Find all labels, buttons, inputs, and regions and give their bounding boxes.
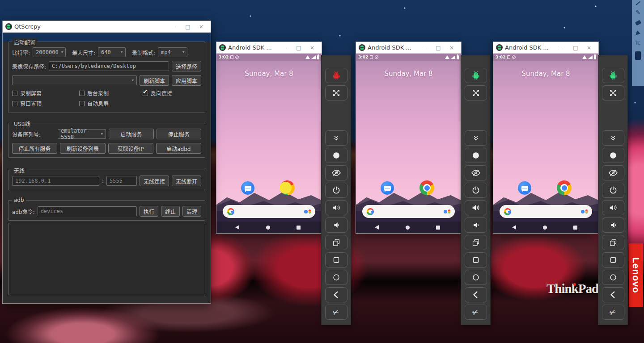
close-button[interactable]: × <box>195 21 208 32</box>
android-back-button[interactable] <box>235 225 239 230</box>
annotation-toolbar[interactable]: ✎ TC <box>632 0 644 86</box>
android-back-button[interactable] <box>512 225 516 230</box>
home-button[interactable] <box>602 270 624 285</box>
chrome-icon[interactable] <box>557 180 572 195</box>
android-recents-button[interactable] <box>297 226 301 230</box>
maximize-button[interactable]: □ <box>181 21 195 32</box>
messages-app-icon[interactable] <box>381 181 394 195</box>
home-button[interactable] <box>465 270 487 285</box>
back-button[interactable] <box>602 287 624 302</box>
android-recents-button[interactable] <box>573 226 577 230</box>
maximize-button[interactable]: □ <box>292 42 305 53</box>
stop-service-button[interactable]: 停止服务 <box>157 129 202 139</box>
volume-up-button[interactable] <box>465 200 487 215</box>
group-control-button[interactable] <box>325 68 347 83</box>
wireless-disconnect-button[interactable]: 无线断开 <box>172 176 201 186</box>
refresh-device-list-button[interactable]: 刷新设备列表 <box>60 143 105 154</box>
screen-off-button[interactable] <box>325 165 347 180</box>
apply-script-button[interactable]: 应用脚本 <box>172 75 201 86</box>
screenshot-button[interactable]: ✂ <box>465 305 487 320</box>
app-switch-button[interactable] <box>602 235 624 250</box>
start-adbd-button[interactable]: 启动adbd <box>156 143 201 154</box>
checkbox-reverse-connect[interactable]: ✔ 反向连接 <box>143 89 172 97</box>
screen-off-button[interactable] <box>602 165 624 180</box>
record-button[interactable] <box>465 148 487 163</box>
start-service-button[interactable]: 启动服务 <box>109 129 154 139</box>
checkbox-background-record[interactable]: 后台录制 <box>79 89 143 97</box>
messages-app-icon[interactable] <box>241 181 254 195</box>
menu-button[interactable] <box>465 252 487 268</box>
marker-icon[interactable] <box>636 30 640 35</box>
google-search-bar[interactable] <box>223 205 315 218</box>
fullscreen-button[interactable] <box>465 85 487 100</box>
android-screen[interactable]: Sunday, Mar 8 3:02 <box>356 54 461 233</box>
refresh-script-button[interactable]: 刷新脚本 <box>140 75 169 86</box>
wireless-port-input[interactable]: 5555 <box>106 176 137 186</box>
maximize-button[interactable]: □ <box>432 42 445 53</box>
minimize-button[interactable]: – <box>555 42 569 53</box>
power-button[interactable] <box>465 183 487 198</box>
messages-app-icon[interactable] <box>518 181 531 195</box>
power-button[interactable] <box>602 183 624 198</box>
serial-select[interactable]: emulator-5558 ▼ <box>58 129 106 139</box>
adb-execute-button[interactable]: 执行 <box>140 206 158 217</box>
android-home-button[interactable] <box>266 226 270 230</box>
google-search-bar[interactable] <box>362 205 455 218</box>
stop-all-services-button[interactable]: 停止所有服务 <box>12 143 57 154</box>
adb-cmd-input[interactable]: devices <box>38 206 137 216</box>
expand-notifications-button[interactable] <box>602 130 624 146</box>
wireless-connect-button[interactable]: 无线连接 <box>140 176 169 186</box>
screenshot-button[interactable]: ✂ <box>325 305 347 320</box>
app-switch-button[interactable] <box>465 235 487 250</box>
group-control-button[interactable] <box>465 68 487 83</box>
adb-output-console[interactable] <box>8 223 205 295</box>
eraser-icon[interactable] <box>635 20 641 26</box>
text-tool-icon[interactable]: TC <box>636 41 640 46</box>
maxsize-select[interactable]: 640 ▼ <box>98 47 126 57</box>
maximize-button[interactable]: □ <box>569 42 582 53</box>
choose-path-button[interactable]: 选择路径 <box>172 61 201 71</box>
volume-up-button[interactable] <box>602 200 624 215</box>
record-button[interactable] <box>602 148 624 163</box>
adb-terminate-button[interactable]: 终止 <box>161 206 180 217</box>
chrome-icon[interactable] <box>419 180 434 195</box>
checkbox-record-screen[interactable]: 录制屏幕 <box>12 89 79 97</box>
checkbox-auto-screen-off[interactable]: 自动息屏 <box>79 100 109 107</box>
android-screen[interactable]: Sunday, Mar 8 3:02 <box>216 54 322 233</box>
volume-down-button[interactable] <box>325 218 347 233</box>
mic-icon[interactable] <box>585 209 588 213</box>
get-device-ip-button[interactable]: 获取设备IP <box>108 143 153 154</box>
record-path-input[interactable]: C:/Users/bytedance/Desktop <box>49 61 169 71</box>
android-home-button[interactable] <box>543 226 547 230</box>
android-home-button[interactable] <box>406 226 410 230</box>
home-button[interactable] <box>325 270 347 285</box>
device-titlebar[interactable]: Android SDK ... – □ × <box>356 42 461 54</box>
assistant-dot-icon[interactable] <box>304 210 308 213</box>
device-titlebar[interactable]: Android SDK ... – □ × <box>493 42 598 54</box>
chrome-icon[interactable] <box>280 180 295 195</box>
menu-button[interactable] <box>325 252 347 268</box>
expand-notifications-button[interactable] <box>325 130 347 146</box>
fullscreen-button[interactable] <box>602 85 624 100</box>
qtscrcpy-titlebar[interactable]: QtScrcpy – □ × <box>3 21 211 33</box>
group-control-button[interactable] <box>602 68 624 83</box>
volume-up-button[interactable] <box>325 200 347 215</box>
android-recents-button[interactable] <box>436 226 440 230</box>
mic-icon[interactable] <box>448 209 450 213</box>
minimize-button[interactable]: – <box>168 21 181 32</box>
wireless-ip-input[interactable]: 192.168.0.1 <box>12 176 99 186</box>
screenshot-button[interactable]: ✂ <box>602 305 624 320</box>
record-button[interactable] <box>325 148 347 163</box>
cursor-icon[interactable] <box>636 1 640 5</box>
app-switch-button[interactable] <box>325 235 347 250</box>
assistant-dot-icon[interactable] <box>444 210 447 213</box>
bitrate-select[interactable]: 2000000 ▼ <box>33 47 66 57</box>
power-button[interactable] <box>325 183 347 198</box>
format-select[interactable]: mp4 ▼ <box>158 47 187 57</box>
adb-clear-button[interactable]: 清理 <box>182 206 201 217</box>
minimize-button[interactable]: – <box>279 42 292 53</box>
google-search-bar[interactable] <box>500 205 592 218</box>
back-button[interactable] <box>325 287 347 302</box>
color-swatch-icon[interactable] <box>635 51 641 60</box>
volume-down-button[interactable] <box>602 218 624 233</box>
